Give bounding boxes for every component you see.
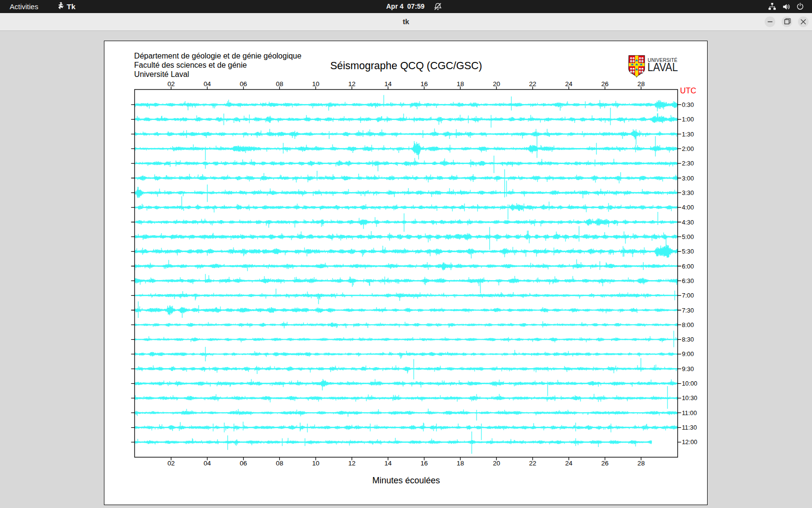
svg-text:20: 20 bbox=[493, 460, 501, 467]
svg-text:6:00: 6:00 bbox=[682, 263, 694, 270]
svg-text:22: 22 bbox=[529, 460, 536, 467]
svg-text:3:00: 3:00 bbox=[682, 175, 694, 182]
svg-text:9:00: 9:00 bbox=[682, 350, 694, 358]
svg-text:24: 24 bbox=[565, 460, 573, 467]
svg-text:6:30: 6:30 bbox=[682, 277, 694, 284]
svg-text:Minutes écoulées: Minutes écoulées bbox=[372, 476, 440, 485]
svg-text:02: 02 bbox=[167, 460, 174, 467]
svg-text:8:30: 8:30 bbox=[682, 336, 694, 343]
svg-text:Faculté des sciences et de gén: Faculté des sciences et de génie bbox=[134, 61, 247, 69]
svg-text:10:30: 10:30 bbox=[682, 394, 697, 402]
svg-text:18: 18 bbox=[457, 460, 464, 467]
svg-text:14: 14 bbox=[384, 460, 392, 467]
svg-text:08: 08 bbox=[276, 460, 283, 467]
svg-text:28: 28 bbox=[638, 460, 645, 467]
svg-text:12: 12 bbox=[348, 460, 355, 467]
svg-text:8:00: 8:00 bbox=[682, 321, 694, 329]
svg-text:7:30: 7:30 bbox=[682, 307, 694, 314]
svg-text:11:00: 11:00 bbox=[682, 409, 697, 417]
svg-text:11:30: 11:30 bbox=[682, 424, 697, 431]
svg-text:10:00: 10:00 bbox=[682, 380, 697, 387]
svg-text:04: 04 bbox=[203, 460, 211, 467]
svg-text:2:00: 2:00 bbox=[682, 145, 694, 152]
svg-text:26: 26 bbox=[601, 460, 609, 467]
svg-text:UTC: UTC bbox=[680, 86, 696, 95]
svg-text:Université Laval: Université Laval bbox=[134, 70, 189, 78]
svg-text:16: 16 bbox=[420, 460, 428, 467]
svg-text:3:30: 3:30 bbox=[682, 189, 694, 196]
svg-text:2:30: 2:30 bbox=[682, 160, 694, 167]
svg-text:06: 06 bbox=[240, 460, 247, 467]
svg-text:Département de géologie et de: Département de géologie et de génie géol… bbox=[134, 52, 302, 60]
svg-text:1:30: 1:30 bbox=[682, 131, 694, 138]
svg-text:7:00: 7:00 bbox=[682, 292, 694, 299]
svg-text:LAVAL: LAVAL bbox=[648, 60, 678, 74]
svg-text:4:00: 4:00 bbox=[682, 204, 694, 211]
svg-text:5:30: 5:30 bbox=[682, 248, 694, 255]
svg-text:4:30: 4:30 bbox=[682, 219, 694, 226]
svg-text:12:00: 12:00 bbox=[682, 438, 697, 446]
svg-text:1:00: 1:00 bbox=[682, 116, 694, 123]
svg-text:9:30: 9:30 bbox=[682, 365, 694, 373]
svg-text:5:00: 5:00 bbox=[682, 233, 694, 240]
svg-text:Séismographe QCQ (CGC/GSC): Séismographe QCQ (CGC/GSC) bbox=[330, 60, 482, 72]
svg-text:0:30: 0:30 bbox=[682, 101, 694, 108]
svg-text:10: 10 bbox=[312, 460, 320, 467]
